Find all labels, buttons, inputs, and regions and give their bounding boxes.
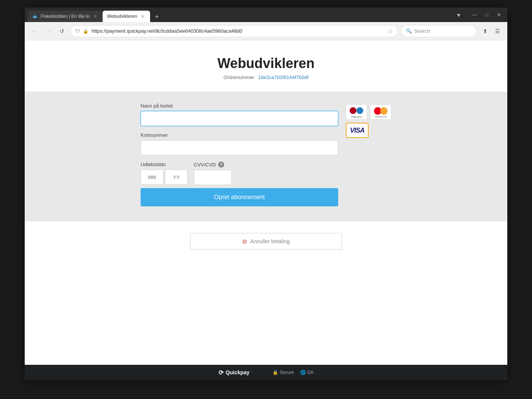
form-left: Navn på kortet Kortnummer Udløbsdato (141, 103, 338, 206)
cvv-help-icon[interactable]: ? (218, 162, 224, 168)
cvv-group: CVV/CVD ? (194, 162, 232, 185)
page-content: Webudvikleren Ordrenummer 18e2ca7d1f8144… (25, 40, 507, 365)
cancel-button[interactable]: ⊘ Annuller betaling (190, 233, 342, 250)
footer-lang-label: DA (307, 370, 314, 375)
cancel-label: Annuller betaling (250, 238, 290, 244)
expiry-cvv-row: Udløbsdato CVV/CVD ? (141, 162, 338, 185)
browser-footer: ⟳ Quickpay 🔒 Secure 🌐 DA (25, 365, 507, 380)
search-icon: 🔍 (406, 28, 412, 34)
page-header: Webudvikleren Ordrenummer 18e2ca7d1f8144… (25, 40, 507, 92)
lock-footer-icon: 🔒 (272, 370, 278, 375)
form-container: Navn på kortet Kortnummer Udløbsdato (141, 103, 391, 206)
expiry-group: Udløbsdato (141, 162, 188, 185)
tab-webudvikleren[interactable]: Webudvikleren ✕ (103, 11, 150, 22)
search-placeholder: Search (414, 28, 430, 34)
footer-brand: ⟳ Quickpay (218, 369, 250, 376)
footer-brand-name: Quickpay (226, 369, 250, 375)
expiry-inputs (141, 169, 188, 185)
tab-close-webudvikleren[interactable]: ✕ (140, 14, 146, 19)
minimize-button[interactable]: — (469, 10, 480, 20)
card-name-input[interactable] (141, 111, 338, 126)
menu-button[interactable]: ☰ (492, 26, 503, 36)
card-icons-row: maestro mastercard (346, 104, 391, 120)
footer-secure-label: Secure (280, 370, 294, 375)
tab-fiskeklubben[interactable]: 🐟 Fiskeklubben | En lille lo ✕ (28, 11, 103, 22)
reload-button[interactable]: ↺ (57, 26, 67, 36)
page-title: Webudvikleren (25, 55, 507, 71)
order-number-row: Ordrenummer 18e2ca7d1f8144f7b0df (25, 74, 507, 80)
order-number-value: 18e2ca7d1f8144f7b0df (258, 74, 309, 80)
globe-icon: 🌐 (300, 370, 306, 375)
address-bar[interactable]: 🛡 🔒 https://payment.quickpay.net/8c0cdda… (70, 25, 398, 37)
cvv-input[interactable] (194, 170, 232, 185)
quickpay-logo-icon: ⟳ (218, 369, 223, 376)
tab-area: 🐟 Fiskeklubben | En lille lo ✕ Webudvikl… (28, 8, 451, 22)
tab-favicon-fiskeklubben: 🐟 (32, 14, 38, 19)
visa-text: VISA (350, 127, 364, 135)
maestro-card-icon: maestro (346, 104, 367, 120)
submit-label: Opret abonnement (214, 194, 264, 200)
cancel-section: ⊘ Annuller betaling (25, 222, 507, 261)
mastercard-icon: mastercard (370, 104, 391, 120)
new-tab-button[interactable]: + (152, 11, 162, 22)
card-number-label: Kortnummer (141, 132, 338, 138)
navigation-bar: ← → ↺ 🛡 🔒 https://payment.quickpay.net/8… (25, 22, 507, 40)
order-number-label: Ordrenummer (223, 74, 254, 80)
url-text: https://payment.quickpay.net/8c0cddaa5ee… (92, 28, 385, 34)
expiry-mm-input[interactable] (141, 169, 163, 185)
title-bar: 🐟 Fiskeklubben | En lille lo ✕ Webudvikl… (25, 8, 507, 22)
forward-button[interactable]: → (43, 26, 54, 36)
share-button[interactable]: ⬆ (480, 26, 491, 36)
cvv-label: CVV/CVD (194, 162, 216, 168)
footer-secure: 🔒 Secure (272, 370, 294, 375)
close-button[interactable]: ✕ (494, 10, 504, 20)
tab-title-webudvikleren: Webudvikleren (107, 14, 137, 19)
search-bar[interactable]: 🔍 Search (401, 25, 477, 37)
card-name-group: Navn på kortet (141, 103, 338, 126)
expiry-label: Udløbsdato (141, 162, 188, 167)
footer-right: 🔒 Secure 🌐 DA (272, 370, 314, 375)
tab-close-fiskeklubben[interactable]: ✕ (93, 14, 98, 19)
lock-icon: 🔒 (83, 28, 89, 34)
tab-title-fiskeklubben: Fiskeklubben | En lille lo (41, 14, 90, 19)
shield-icon: 🛡 (75, 28, 80, 34)
card-name-label: Navn på kortet (141, 103, 338, 109)
visa-card-icon: VISA (346, 123, 369, 138)
expiry-yy-input[interactable] (165, 169, 188, 185)
mastercard-text: mastercard (375, 116, 386, 118)
card-logos: maestro mastercard (346, 103, 391, 138)
form-row-top: Navn på kortet Kortnummer Udløbsdato (141, 103, 391, 206)
maestro-text: maestro (351, 116, 361, 118)
cvv-label-row: CVV/CVD ? (194, 162, 232, 168)
back-button[interactable]: ← (29, 26, 40, 36)
window-controls: — □ ✕ (469, 10, 504, 20)
footer-lang: 🌐 DA (300, 370, 314, 375)
maximize-button[interactable]: □ (481, 10, 492, 20)
chevron-down-icon[interactable]: ▾ (453, 10, 464, 20)
bookmark-icon[interactable]: ☆ (388, 28, 393, 34)
cancel-icon: ⊘ (242, 238, 247, 245)
card-number-group: Kortnummer (141, 132, 338, 155)
form-section: Navn på kortet Kortnummer Udløbsdato (25, 92, 507, 222)
nav-right-buttons: ⬆ ☰ (480, 26, 503, 36)
submit-button[interactable]: Opret abonnement (141, 188, 338, 206)
card-number-input[interactable] (141, 140, 338, 155)
